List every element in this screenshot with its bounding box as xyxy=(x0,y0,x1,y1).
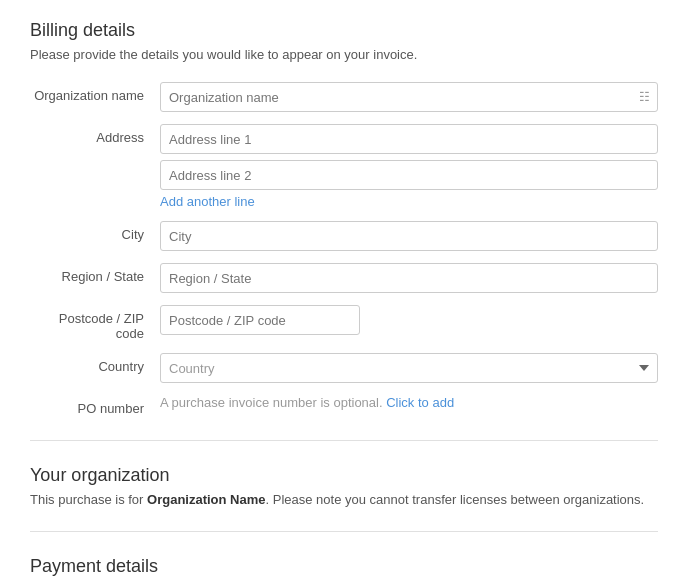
postcode-row: Postcode / ZIP code xyxy=(30,305,658,341)
po-click-to-add-link[interactable]: Click to add xyxy=(386,395,454,410)
region-control-group xyxy=(160,263,658,293)
org-name-row: Organization name ☷ xyxy=(30,82,658,112)
billing-title: Billing details xyxy=(30,20,658,41)
postcode-input[interactable] xyxy=(160,305,360,335)
address-label: Address xyxy=(30,124,160,145)
section-divider-1 xyxy=(30,440,658,441)
region-input[interactable] xyxy=(160,263,658,293)
region-row: Region / State xyxy=(30,263,658,293)
add-another-line-link[interactable]: Add another line xyxy=(160,194,255,209)
po-number-row: PO number A purchase invoice number is o… xyxy=(30,395,658,416)
address-row: Address Add another line xyxy=(30,124,658,209)
your-org-title: Your organization xyxy=(30,465,658,486)
your-org-name: Organization Name xyxy=(147,492,265,507)
org-name-wrapper: ☷ xyxy=(160,82,658,112)
country-label: Country xyxy=(30,353,160,374)
billing-subtitle: Please provide the details you would lik… xyxy=(30,47,658,62)
your-org-text-after: . Please note you cannot transfer licens… xyxy=(266,492,645,507)
country-select[interactable]: Country xyxy=(160,353,658,383)
org-name-input[interactable] xyxy=(160,82,658,112)
your-org-section: Your organization This purchase is for O… xyxy=(30,465,658,507)
postcode-control-group xyxy=(160,305,658,335)
your-org-text-before: This purchase is for xyxy=(30,492,147,507)
address-line1-input[interactable] xyxy=(160,124,658,154)
country-row: Country Country xyxy=(30,353,658,383)
city-row: City xyxy=(30,221,658,251)
postcode-label: Postcode / ZIP code xyxy=(30,305,160,341)
country-control-group: Country xyxy=(160,353,658,383)
org-name-label: Organization name xyxy=(30,82,160,103)
city-input[interactable] xyxy=(160,221,658,251)
org-name-control-group: ☷ xyxy=(160,82,658,112)
your-org-text: This purchase is for Organization Name. … xyxy=(30,492,658,507)
po-number-control-group: A purchase invoice number is optional. C… xyxy=(160,395,658,410)
city-control-group xyxy=(160,221,658,251)
po-static-text: A purchase invoice number is optional. xyxy=(160,395,383,410)
payment-title: Payment details xyxy=(30,556,658,577)
section-divider-2 xyxy=(30,531,658,532)
city-label: City xyxy=(30,221,160,242)
address-line2-input[interactable] xyxy=(160,160,658,190)
region-label: Region / State xyxy=(30,263,160,284)
address-control-group: Add another line xyxy=(160,124,658,209)
po-number-label: PO number xyxy=(30,395,160,416)
